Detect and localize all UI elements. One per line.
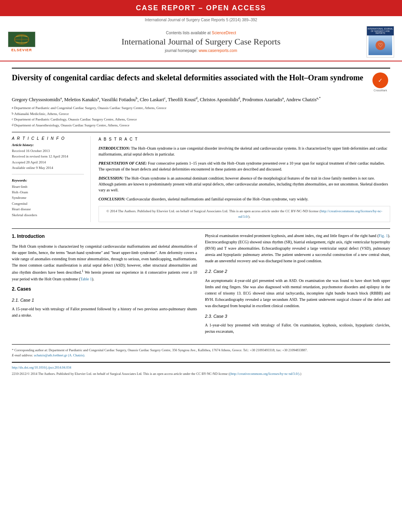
- case3-heading: 2.3. Case 3: [205, 313, 390, 320]
- cover-title: INTERNATIONAL JOURNAL OF SURGERY CASE RE…: [367, 28, 394, 35]
- article-info-abstract-section: A R T I C L E I N F O Article history: R…: [12, 132, 390, 222]
- journal-citation: International Journal of Surgery Case Re…: [145, 18, 257, 22]
- discussion-text: The Holt–Oram syndrome is an autosomal d…: [99, 176, 388, 192]
- contents-available-text: Contents lists available at ScienceDirec…: [35, 31, 367, 35]
- email-footnote: E-mail address: achatzis@ath.forthnet.gr…: [12, 353, 390, 358]
- keyword-3: Syndrome: [12, 195, 84, 200]
- copyright-link[interactable]: http://creativecommons.org/licenses/by-n…: [238, 209, 382, 219]
- svg-text:♡: ♡: [378, 42, 383, 48]
- revised-date: Received in revised form 12 April 2014: [12, 154, 84, 159]
- journal-cover-image: INTERNATIONAL JOURNAL OF SURGERY CASE RE…: [367, 26, 394, 57]
- section1-heading: 1. Introduction: [12, 233, 197, 240]
- body-right-column: Physical examination revealed prominent …: [205, 233, 390, 338]
- keyword-2: Holt–Oram: [12, 189, 84, 195]
- case-report-label: CASE REPORT – OPEN ACCESS: [136, 4, 266, 12]
- article-content: Diversity of congenital cardiac defects …: [0, 61, 402, 383]
- accepted-date: Accepted 28 April 2014: [12, 159, 84, 165]
- case3-paragraph: A 1-year-old boy presented with tetralog…: [205, 322, 390, 335]
- keyword-6: Skeletal disorders: [12, 212, 84, 218]
- case2-paragraph: An asymptomatic 4-year-old girl presente…: [205, 278, 390, 309]
- case1-paragraph: A 15-year-old boy with tetralogy of Fall…: [12, 306, 197, 319]
- article-history-label: Article history:: [12, 143, 84, 147]
- journal-info-bar: International Journal of Surgery Case Re…: [0, 16, 402, 23]
- available-date: Available online 9 May 2014: [12, 165, 84, 171]
- conclusion-text: Cardiovascular disorders, skeletal malfo…: [127, 197, 309, 201]
- crossmark-icon: ✓: [372, 72, 388, 88]
- abstract-copyright: © 2014 The Authors. Published by Elsevie…: [99, 206, 390, 222]
- fig1-link[interactable]: Fig. 1: [379, 234, 388, 238]
- keyword-5: Heart disease: [12, 206, 84, 212]
- abstract-column: A B S T R A C T INTRODUCTION: The Holt–O…: [99, 136, 390, 222]
- case1-heading: 2.1. Case 1: [12, 297, 197, 304]
- keywords-section: Keywords: Heart-limb Holt–Oram Syndrome …: [12, 178, 84, 218]
- right-col-paragraph1: Physical examination revealed prominent …: [205, 233, 390, 264]
- email-address[interactable]: achatzis@ath.forthnet.gr (A. Chatzis).: [34, 353, 85, 357]
- license-link[interactable]: (http://creativecommons.org/licenses/by-…: [230, 372, 300, 376]
- introduction-title: INTRODUCTION:: [99, 146, 130, 150]
- article-info-heading: A R T I C L E I N F O: [12, 136, 84, 141]
- article-info-column: A R T I C L E I N F O Article history: R…: [12, 136, 91, 222]
- doi-link[interactable]: http://dx.doi.org/10.1016/j.ijscr.2014.0…: [12, 365, 390, 370]
- received-date: Received 16 October 2013: [12, 148, 84, 154]
- affiliations: a Department of Paediatric and Congenita…: [12, 106, 390, 128]
- copyright-text: © 2014 The Authors. Published by Elsevie…: [106, 209, 382, 219]
- bottom-bar: http://dx.doi.org/10.1016/j.ijscr.2014.0…: [12, 362, 390, 377]
- body-section: 1. Introduction The Holt Oram syndrome i…: [12, 228, 390, 338]
- journal-homepage: journal homepage: www.casereports.com: [35, 48, 367, 53]
- affiliation-b: b Athianaiki Mediclinic, Athens, Greece: [12, 111, 390, 117]
- authors-line: Gregory Chryssostomidisa, Meletios Kanak…: [12, 96, 390, 103]
- elsevier-logo: ELSEVIER: [8, 32, 35, 52]
- conclusion-title: CONCLUSION:: [99, 197, 125, 201]
- footnote1-text: * Corresponding author at: Department of…: [12, 348, 390, 353]
- abstract-presentation: PRESENTATION OF CASE: Four consecutive p…: [99, 160, 390, 172]
- abstract-conclusion: CONCLUSION: Cardiovascular disorders, sk…: [99, 196, 390, 202]
- discussion-title: DISCUSSION:: [99, 176, 123, 180]
- presentation-title: PRESENTATION OF CASE:: [99, 161, 147, 165]
- article-title: Diversity of congenital cardiac defects …: [12, 72, 367, 83]
- journal-title-area: Contents lists available at ScienceDirec…: [35, 31, 367, 53]
- sciencedirect-link[interactable]: ScienceDirect: [212, 31, 236, 35]
- footnote-area: * Corresponding author at: Department of…: [12, 344, 390, 358]
- license-text: 2210-2612/© 2014 The Authors. Published …: [12, 372, 302, 376]
- article-title-section: Diversity of congenital cardiac defects …: [12, 68, 390, 92]
- table1-link[interactable]: Table 1: [80, 277, 92, 281]
- article-history-section: Article history: Received 16 October 201…: [12, 143, 84, 174]
- affiliation-a: a Department of Paediatric and Congenita…: [12, 106, 390, 111]
- journal-header: ELSEVIER Contents lists available at Sci…: [0, 23, 402, 61]
- elsevier-text: ELSEVIER: [11, 48, 32, 52]
- affiliation-d: d Department of Anaesthesiology, Onassis…: [12, 123, 390, 128]
- header-banner: CASE REPORT – OPEN ACCESS: [0, 0, 402, 16]
- body-left-column: 1. Introduction The Holt Oram syndrome i…: [12, 233, 197, 338]
- introduction-text: The Holt–Oram syndrome is a rare congeni…: [99, 146, 387, 156]
- abstract-heading: A B S T R A C T: [99, 136, 390, 142]
- homepage-link[interactable]: www.casereports.com: [199, 48, 237, 53]
- journal-main-title: International Journal of Surgery Case Re…: [35, 37, 367, 47]
- section2-heading: 2. Cases: [12, 285, 197, 293]
- abstract-discussion: DISCUSSION: The Holt–Oram syndrome is an…: [99, 175, 390, 193]
- two-col-body: 1. Introduction The Holt Oram syndrome i…: [12, 233, 390, 338]
- crossmark-label: CrossMark: [374, 89, 387, 92]
- case2-heading: 2.2. Case 2: [205, 268, 390, 275]
- abstract-introduction: INTRODUCTION: The Holt–Oram syndrome is …: [99, 145, 390, 157]
- keyword-4: Congenital: [12, 201, 84, 206]
- keywords-label: Keywords:: [12, 178, 84, 182]
- section1-paragraph: The Holt Oram syndrome is characterized …: [12, 243, 197, 282]
- keyword-1: Heart-limb: [12, 184, 84, 189]
- elsevier-logo-image: [8, 32, 35, 47]
- affiliation-c: c Department of Paediatric Cardiology, O…: [12, 117, 390, 122]
- crossmark-logo[interactable]: ✓ CrossMark: [370, 72, 390, 92]
